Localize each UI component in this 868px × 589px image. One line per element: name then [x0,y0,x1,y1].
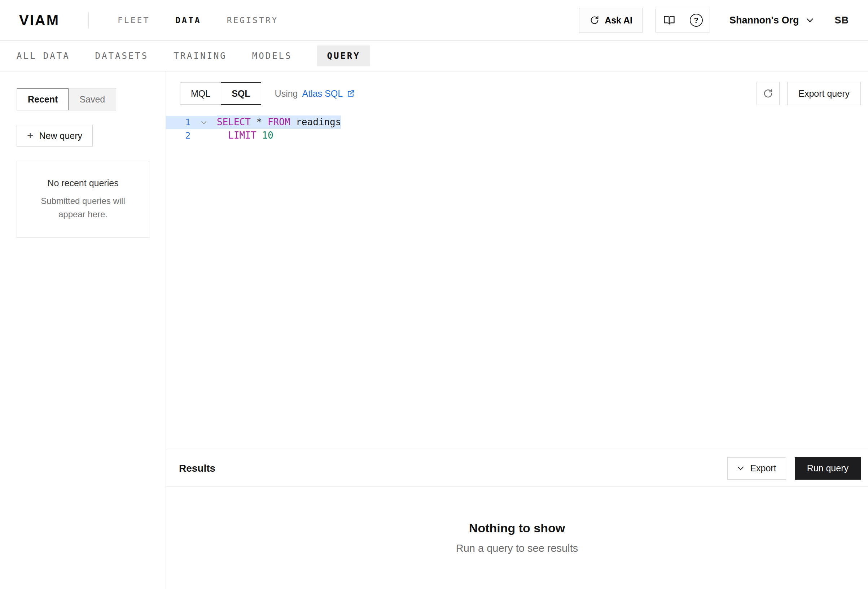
results-empty-state: Nothing to show Run a query to see resul… [166,487,868,589]
code-line: 2 LIMIT 10 [166,129,868,142]
export-results-label: Export [750,463,776,474]
export-query-button[interactable]: Export query [787,82,861,105]
ask-ai-button[interactable]: Ask AI [579,8,643,33]
tab-training[interactable]: TRAINING [174,46,227,67]
help-icon: ? [690,14,703,27]
toggle-saved[interactable]: Saved [69,89,116,110]
user-avatar[interactable]: SB [834,15,849,26]
line-number: 1 [166,116,190,129]
docs-button[interactable] [655,8,683,32]
code-text: LIMIT 10 [217,129,273,142]
empty-state-subtitle: Submitted queries will appear here. [28,194,138,221]
book-icon [663,14,676,27]
line-number: 2 [166,129,190,142]
editor-gutter: 2 [166,129,217,142]
query-toolbar: MQL SQL Using Atlas SQL [166,71,868,105]
org-name: Shannon's Org [729,15,799,26]
results-empty-subtitle: Run a query to see results [166,542,868,554]
new-query-button[interactable]: + New query [16,125,93,147]
code-line: 1 SELECT * FROM readings [166,115,868,129]
recent-saved-toggle: Recent Saved [16,88,116,111]
new-query-label: New query [39,131,83,141]
fold-chevron-icon[interactable] [190,121,217,124]
primary-nav: FLEET DATA REGISTRY [118,16,278,25]
data-section-tabs: ALL DATA DATASETS TRAINING MODELS QUERY [0,41,868,71]
chevron-down-icon [806,18,814,23]
atlas-sql-link[interactable]: Atlas SQL [302,89,356,99]
nav-data[interactable]: DATA [175,16,201,25]
header-icon-group: ? [655,8,710,33]
query-main: MQL SQL Using Atlas SQL [166,71,868,589]
chevron-down-icon [737,466,744,471]
org-dropdown[interactable]: Shannon's Org [729,15,814,26]
refresh-icon [763,88,774,99]
atlas-sql-link-label: Atlas SQL [302,89,343,99]
recent-queries-empty-state: No recent queries Submitted queries will… [16,161,149,238]
tab-all-data[interactable]: ALL DATA [16,46,70,67]
tab-models[interactable]: MODELS [252,46,292,67]
editor-gutter: 1 [166,116,217,129]
nav-fleet[interactable]: FLEET [118,16,150,25]
export-results-button[interactable]: Export [727,457,786,479]
tab-datasets[interactable]: DATASETS [95,46,149,67]
results-empty-title: Nothing to show [166,521,868,535]
using-atlas-sql: Using Atlas SQL [275,89,355,99]
mode-sql[interactable]: SQL [221,82,261,105]
code-text: SELECT * FROM readings [217,115,341,129]
results-title: Results [179,463,216,474]
run-query-button[interactable]: Run query [795,457,861,479]
viam-logo[interactable]: VIAM [19,12,59,28]
ask-ai-label: Ask AI [605,15,632,26]
app-header: VIAM FLEET DATA REGISTRY Ask AI [0,0,868,41]
refresh-query-button[interactable] [757,82,779,105]
ask-ai-icon [589,15,599,25]
using-label: Using [275,89,298,99]
toggle-recent[interactable]: Recent [17,89,69,110]
query-language-toggle: MQL SQL [180,82,261,105]
code-editor[interactable]: 1 SELECT * FROM readings 2 LI [166,105,868,450]
tab-query[interactable]: QUERY [317,46,370,67]
header-divider [89,12,89,28]
viam-data-query-page: VIAM FLEET DATA REGISTRY Ask AI [0,0,868,589]
empty-state-title: No recent queries [28,178,138,188]
help-button[interactable]: ? [683,8,710,32]
mode-mql[interactable]: MQL [180,82,221,105]
query-sidebar: Recent Saved + New query No recent queri… [0,71,166,589]
external-link-icon [346,89,355,98]
results-header: Results Export Run query [166,450,868,487]
plus-icon: + [27,130,34,141]
nav-registry[interactable]: REGISTRY [227,16,279,25]
